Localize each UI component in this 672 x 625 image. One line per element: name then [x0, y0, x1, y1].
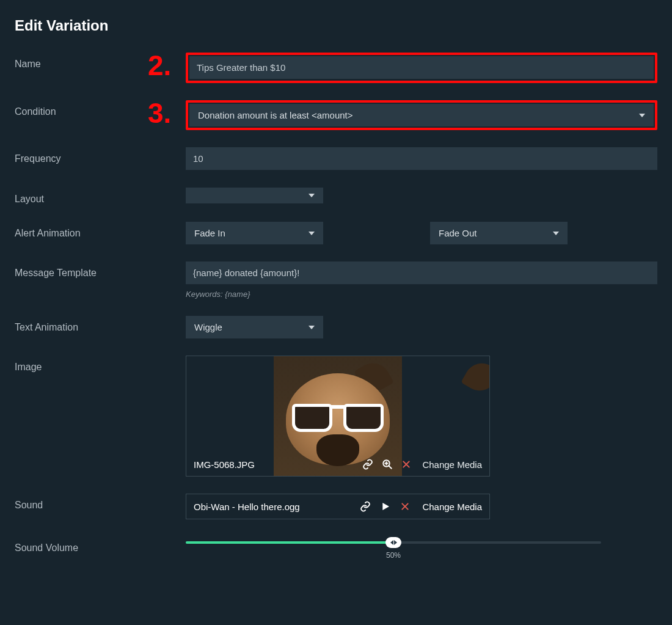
callout-2: 2. [148, 49, 171, 82]
chevron-down-icon [309, 194, 315, 197]
volume-value: 50% [386, 551, 401, 560]
link-icon[interactable] [362, 459, 373, 470]
remove-icon[interactable] [401, 459, 411, 469]
text-animation-value: Wiggle [194, 322, 222, 332]
condition-value: Donation amount is at least <amount> [198, 110, 353, 120]
name-highlight [186, 53, 657, 83]
chevron-down-icon [553, 232, 559, 235]
chevron-down-icon [309, 232, 315, 235]
text-animation-select[interactable]: Wiggle [186, 316, 323, 338]
label-sound: Sound [15, 494, 186, 511]
message-template-hint: Keywords: {name} [186, 290, 657, 299]
svg-line-1 [389, 466, 392, 469]
condition-highlight: Donation amount is at least <amount> [186, 100, 657, 130]
page-title: Edit Variation [15, 17, 657, 34]
volume-slider[interactable] [186, 541, 601, 544]
zoom-in-icon[interactable] [382, 459, 393, 470]
svg-marker-6 [383, 503, 390, 510]
sound-media-box: Obi-Wan - Hello there.ogg Change Media [186, 494, 490, 519]
sound-filename: Obi-Wan - Hello there.ogg [194, 502, 360, 512]
label-frequency: Frequency [15, 147, 186, 164]
label-layout: Layout [15, 188, 186, 205]
label-image: Image [15, 356, 186, 373]
volume-slider-thumb[interactable] [385, 537, 401, 548]
message-template-input[interactable] [186, 261, 657, 285]
change-media-button[interactable]: Change Media [422, 502, 482, 512]
label-sound-volume: Sound Volume [15, 536, 186, 554]
link-icon[interactable] [360, 501, 371, 512]
chevron-down-icon [309, 326, 315, 329]
alert-animation-out-value: Fade Out [439, 228, 477, 238]
label-message-template: Message Template [15, 261, 186, 279]
volume-slider-fill [186, 541, 393, 544]
alert-animation-in-value: Fade In [194, 228, 225, 238]
frequency-input[interactable] [186, 147, 657, 170]
image-media-box: IMG-5068.JPG Change Media [186, 356, 490, 477]
label-text-animation: Text Animation [15, 316, 186, 333]
chevron-down-icon [639, 114, 645, 117]
alert-animation-in-select[interactable]: Fade In [186, 222, 323, 244]
layout-select[interactable] [186, 188, 323, 203]
callout-3: 3. [148, 97, 171, 130]
label-alert-animation: Alert Animation [15, 222, 186, 239]
alert-animation-out-select[interactable]: Fade Out [430, 222, 568, 244]
change-media-button[interactable]: Change Media [422, 459, 482, 470]
play-icon[interactable] [381, 502, 390, 511]
name-input[interactable] [189, 56, 654, 79]
condition-select[interactable]: Donation amount is at least <amount> [189, 104, 654, 126]
remove-icon[interactable] [400, 502, 410, 511]
image-filename: IMG-5068.JPG [194, 459, 362, 470]
